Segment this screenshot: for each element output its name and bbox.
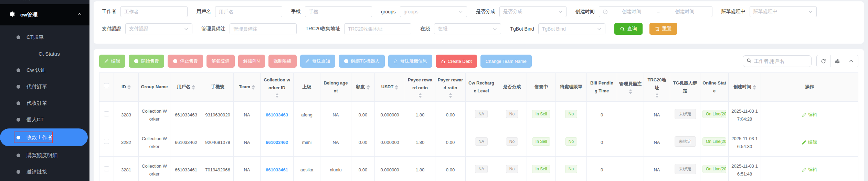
sort-caret-icon[interactable] bbox=[449, 93, 452, 98]
filter-row-1: 工作者用戶名手機groupsgroups是否分成是否分成创建时间创建时间–创建时… bbox=[102, 6, 856, 17]
unlock-pin-button[interactable]: 解鎖PIN bbox=[238, 55, 265, 68]
sort-caret-icon[interactable] bbox=[655, 93, 659, 98]
filter-select-bill-processing[interactable]: 賬單處理中 bbox=[750, 6, 817, 17]
sidebar-item-6[interactable]: 個人CT bbox=[0, 111, 89, 128]
filter-select-groups[interactable]: groups bbox=[400, 6, 467, 17]
sidebar-item-4[interactable]: 代付訂單 bbox=[0, 78, 89, 95]
send-tg-msg-button[interactable]: 發送飛機信息 bbox=[388, 55, 432, 68]
sidebar-section-cw-management[interactable]: cw管理 bbox=[0, 4, 89, 25]
toolbar-button-label: 解綁TG機器人 bbox=[351, 58, 380, 64]
column-label: Payee reward ratio bbox=[407, 76, 433, 91]
sidebar-item-1[interactable]: CT賬單 bbox=[0, 29, 89, 45]
sidebar-item-2[interactable]: Ct Status bbox=[0, 45, 89, 62]
filter-daterange-created-time[interactable]: 创建时间–创建时间 bbox=[599, 6, 712, 17]
cell-usdt: 0.000000 bbox=[375, 102, 405, 129]
force-offline-button[interactable]: 强制離綫 bbox=[268, 55, 297, 68]
sidebar-item-home[interactable]: 首頁 bbox=[0, 0, 89, 3]
filter-select-is-split[interactable]: 是否分成 bbox=[499, 6, 567, 17]
column-header-payee_ratio[interactable]: Payee reward ratio bbox=[405, 73, 435, 102]
toolbar-button-label: 强制離綫 bbox=[274, 58, 292, 64]
column-header-usdt[interactable]: USDT bbox=[375, 73, 405, 102]
sort-caret-icon[interactable] bbox=[367, 85, 370, 90]
edit-button[interactable]: 编辑 bbox=[99, 55, 125, 68]
cell-group_name: Collection Worker bbox=[139, 129, 170, 157]
table-row: 3282Collection Worker6610334629204691079… bbox=[99, 129, 858, 157]
column-header-phone: 手機號 bbox=[202, 73, 234, 102]
column-header-quota[interactable]: 額度 bbox=[351, 73, 375, 102]
sort-caret-icon[interactable] bbox=[275, 93, 279, 98]
unbind-tg-button[interactable]: 解綁TG機器人 bbox=[339, 55, 385, 68]
edit-row-button[interactable]: 编辑 bbox=[802, 166, 817, 173]
sidebar-item-8[interactable]: 購買額度明細 bbox=[0, 147, 89, 163]
filter-input-trc20-collect[interactable] bbox=[344, 23, 411, 34]
send-notice-button[interactable]: 發送通知 bbox=[300, 55, 335, 68]
column-header-cw_recharge_level: Cw Recharge Level bbox=[466, 73, 497, 102]
column-label: TG机器人绑定 bbox=[672, 79, 698, 94]
cell-phone: 9204691079 bbox=[202, 129, 234, 157]
start-sell-button[interactable]: 開始售賣 bbox=[129, 55, 164, 68]
cell-payee_ratio: 1.80 bbox=[405, 129, 435, 157]
cell-phone: 7019492066 bbox=[202, 157, 234, 181]
column-settings-button[interactable] bbox=[830, 55, 844, 67]
select-placeholder: TgBot Bind bbox=[542, 26, 566, 32]
filter-input-admin-note[interactable] bbox=[230, 23, 297, 34]
cell-belong_agent: NA bbox=[320, 129, 351, 157]
unlock-login-button[interactable]: 解鎖登錄 bbox=[207, 55, 235, 68]
filter-input-phone[interactable] bbox=[305, 6, 372, 17]
column-header-admin_note[interactable]: 管理員備注 bbox=[617, 73, 644, 102]
filter-input-username[interactable] bbox=[215, 6, 282, 17]
column-header-payer_ratio[interactable]: Payer reward ratio bbox=[435, 73, 466, 102]
sort-caret-icon[interactable] bbox=[192, 85, 195, 90]
table-row: 3283Collection Worker6610334639310630920… bbox=[99, 102, 858, 129]
sidebar-item-9[interactable]: 邀請鏈接 bbox=[0, 163, 89, 180]
refresh-button[interactable] bbox=[817, 55, 830, 67]
stop-sell-button[interactable]: 停止售賣 bbox=[168, 55, 203, 68]
sort-caret-icon[interactable] bbox=[419, 93, 422, 98]
change-team-name-button[interactable]: Change Team Name bbox=[480, 55, 532, 68]
filter-select-pay-auth[interactable]: 支付認證 bbox=[125, 23, 192, 34]
row-checkbox[interactable] bbox=[104, 139, 109, 144]
cell-in_sell: In Sell bbox=[527, 102, 556, 129]
row-checkbox[interactable] bbox=[104, 111, 109, 116]
sidebar-item-label: 個人CT bbox=[27, 116, 44, 123]
column-header-trc20[interactable]: TRC20地址 bbox=[644, 73, 670, 102]
sidebar-item-label: 收款工作者 bbox=[27, 134, 52, 141]
sort-caret-icon[interactable] bbox=[753, 85, 756, 90]
filter-select-tgbot-bind[interactable]: TgBot Bind bbox=[538, 23, 605, 34]
cell-bill_pending_time: 0 bbox=[587, 129, 617, 157]
column-header-username[interactable]: 用戶名 bbox=[170, 73, 202, 102]
table-search-input[interactable] bbox=[754, 58, 808, 64]
sidebar-item-7[interactable]: 收款工作者 bbox=[0, 128, 88, 146]
column-header-pending_bill: 待處理賬單 bbox=[556, 73, 587, 102]
column-header-id[interactable]: ID bbox=[114, 73, 139, 102]
sort-caret-icon[interactable] bbox=[252, 85, 255, 90]
column-header-cw_id[interactable]: Collection worker ID bbox=[261, 73, 294, 102]
worker-id-link[interactable]: 661033462 bbox=[266, 140, 288, 145]
status-badge: No bbox=[506, 165, 518, 173]
column-header-team[interactable]: Team bbox=[234, 73, 261, 102]
cell-id: 3281 bbox=[114, 157, 139, 181]
worker-id-link[interactable]: 661033461 bbox=[266, 167, 288, 172]
column-header-created_at[interactable]: 创建时间 bbox=[729, 73, 761, 102]
create-debt-button[interactable]: Create Debt bbox=[436, 55, 477, 68]
sort-caret-icon[interactable] bbox=[395, 85, 398, 90]
sidebar-item-label: 購買額度明細 bbox=[27, 152, 57, 159]
cell-online_state: On Line(202 bbox=[700, 157, 729, 181]
row-checkbox[interactable] bbox=[104, 166, 109, 171]
sort-caret-icon[interactable] bbox=[127, 85, 131, 90]
edit-row-button[interactable]: 编辑 bbox=[802, 111, 817, 118]
sidebar-item-3[interactable]: Cw 认证 bbox=[0, 62, 89, 78]
status-badge: On Line(202 bbox=[702, 165, 726, 173]
reset-button[interactable]: 重置 bbox=[649, 23, 677, 35]
filter-select-online[interactable]: 在綫 bbox=[434, 23, 501, 34]
sort-caret-icon[interactable] bbox=[629, 89, 632, 94]
collapse-button[interactable] bbox=[844, 55, 858, 67]
toolbar-button-label: Create Debt bbox=[448, 59, 472, 64]
sidebar-item-5[interactable]: 代收訂單 bbox=[0, 95, 89, 111]
edit-row-button[interactable]: 编辑 bbox=[802, 138, 817, 146]
select-all-checkbox[interactable] bbox=[104, 83, 109, 88]
worker-id-link[interactable]: 661033463 bbox=[266, 112, 288, 117]
query-button[interactable]: 查询 bbox=[614, 23, 643, 35]
filter-input-worker[interactable] bbox=[120, 6, 188, 17]
status-badge: 未绑定 bbox=[675, 136, 696, 147]
